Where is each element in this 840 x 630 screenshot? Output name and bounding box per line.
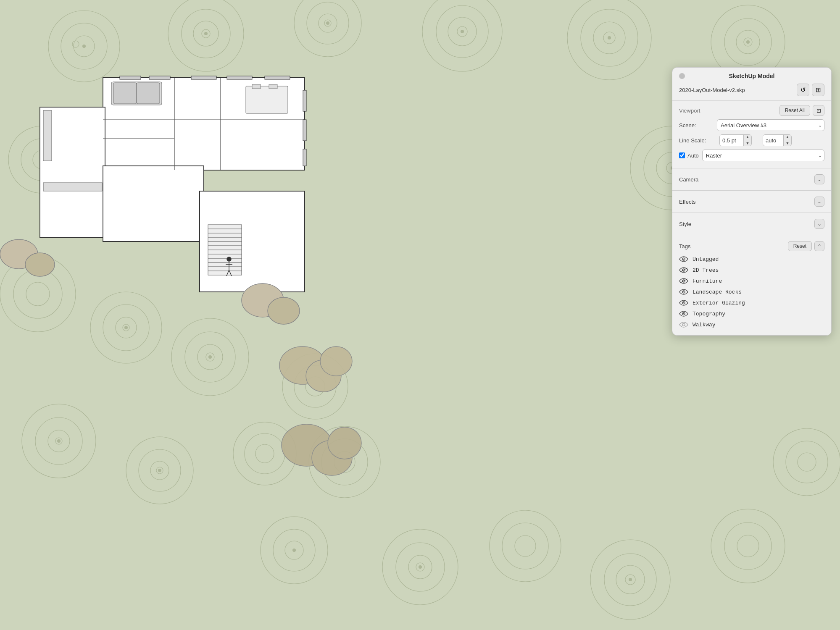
svg-point-98 [158, 469, 161, 472]
auto-checkbox[interactable] [679, 152, 685, 158]
svg-point-154 [683, 259, 684, 260]
svg-rect-131 [113, 83, 137, 104]
svg-rect-129 [303, 149, 306, 166]
svg-point-97 [57, 439, 61, 443]
svg-rect-136 [43, 110, 52, 161]
style-label: Style [679, 221, 691, 227]
camera-chevron-button[interactable]: ⌄ [814, 174, 824, 184]
effects-row[interactable]: Effects ⌄ [672, 192, 831, 211]
style-row[interactable]: Style ⌄ [672, 215, 831, 233]
eye-icon[interactable] [679, 289, 688, 295]
raster-select[interactable]: Raster [702, 150, 824, 161]
linescale-label: Line Scale: [679, 137, 717, 144]
linescale-spinner: ▲ ▼ [719, 134, 752, 146]
panel-filename: 2020-LayOut-Model-v2.skp [679, 87, 745, 93]
svg-rect-135 [269, 84, 277, 89]
eye-icon[interactable] [679, 310, 688, 317]
auto-scale-input[interactable] [763, 135, 783, 146]
tag-item[interactable]: Topography [676, 308, 828, 319]
svg-rect-134 [252, 84, 261, 89]
auto-raster-row: Auto Raster ⌄ [679, 150, 824, 161]
divider-2 [672, 190, 831, 191]
viewport-section: Viewport Reset All ⊡ Scene: Aerial Overv… [672, 101, 831, 166]
panel-titlebar: SketchUp Model [672, 68, 831, 83]
linescale-down-button[interactable]: ▼ [744, 140, 751, 146]
auto-scale-down-button[interactable]: ▼ [784, 140, 791, 146]
tags-reset-button[interactable]: Reset [788, 241, 812, 251]
svg-point-96 [208, 355, 212, 359]
eye-icon[interactable] [679, 278, 688, 284]
tag-item[interactable]: Furniture [676, 276, 828, 286]
svg-rect-126 [265, 76, 290, 79]
tag-name: Furniture [693, 278, 722, 284]
linescale-up-button[interactable]: ▲ [744, 134, 751, 140]
effects-chevron-button[interactable]: ⌄ [814, 197, 824, 207]
svg-point-95 [124, 326, 128, 329]
tag-item[interactable]: Landscape Rocks [676, 286, 828, 297]
eye-icon[interactable] [679, 321, 688, 328]
tag-name: Topography [693, 311, 725, 317]
panel-dot [679, 73, 685, 79]
svg-point-142 [227, 257, 231, 261]
tags-collapse-button[interactable]: ⌄ [814, 241, 824, 251]
eye-icon[interactable] [679, 256, 688, 262]
svg-point-141 [268, 297, 300, 324]
scene-select-wrapper: Aerial Overview #3 ⌄ [717, 119, 824, 131]
panel-file-row: 2020-LayOut-Model-v2.skp ↺ ⊞ [672, 83, 831, 101]
tag-name: Exterior Glazing [693, 300, 745, 306]
tags-list: Untagged 2D Trees Furniture Landscape Ro… [672, 254, 831, 330]
panel-icon-buttons: ↺ ⊞ [797, 84, 824, 96]
divider-4 [672, 235, 831, 235]
scene-select[interactable]: Aerial Overview #3 [717, 119, 824, 131]
tags-header: Tags Reset ⌄ [672, 237, 831, 254]
svg-point-92 [746, 40, 750, 44]
svg-rect-104 [103, 166, 204, 242]
svg-point-139 [25, 253, 55, 276]
scene-row: Scene: Aerial Overview #3 ⌄ [679, 119, 824, 131]
tag-name: Landscape Rocks [693, 289, 742, 295]
auto-scale-spinner: ▲ ▼ [763, 134, 792, 146]
eye-icon[interactable] [679, 267, 688, 273]
svg-rect-127 [303, 90, 306, 111]
viewport-icon-button[interactable]: ⊡ [813, 105, 824, 116]
svg-point-87 [82, 45, 86, 48]
viewport-row: Viewport Reset All ⊡ [679, 105, 824, 116]
viewport-label: Viewport [679, 108, 700, 114]
svg-point-164 [683, 313, 684, 314]
svg-point-90 [461, 30, 464, 33]
camera-row[interactable]: Camera ⌄ [672, 170, 831, 189]
svg-point-160 [683, 291, 684, 292]
linescale-spin-buttons: ▲ ▼ [743, 134, 751, 146]
svg-point-88 [204, 32, 208, 35]
linescale-input[interactable] [720, 135, 743, 146]
linescale-row: Line Scale: ▲ ▼ ▲ ▼ [679, 134, 824, 146]
svg-rect-132 [137, 83, 160, 104]
panel-title: SketchUp Model [729, 73, 775, 79]
svg-rect-122 [120, 76, 141, 79]
camera-label: Camera [679, 176, 698, 183]
eye-icon[interactable] [679, 299, 688, 306]
svg-rect-133 [246, 86, 288, 113]
tag-item[interactable]: Walkway [676, 319, 828, 330]
tag-item[interactable]: 2D Trees [676, 265, 828, 276]
tag-item[interactable]: Untagged [676, 254, 828, 265]
refresh-button[interactable]: ↺ [797, 84, 809, 96]
svg-point-101 [629, 578, 632, 581]
tag-name: Walkway [693, 322, 716, 328]
svg-rect-137 [43, 183, 102, 191]
svg-rect-123 [149, 76, 170, 79]
svg-point-99 [292, 549, 296, 552]
auto-label: Auto [687, 152, 699, 159]
svg-point-152 [328, 427, 361, 459]
tag-item[interactable]: Exterior Glazing [676, 297, 828, 308]
tag-name: 2D Trees [693, 267, 719, 273]
svg-point-165 [682, 323, 685, 326]
auto-checkbox-label[interactable]: Auto [679, 152, 699, 159]
svg-point-91 [608, 36, 611, 39]
svg-point-149 [320, 346, 352, 376]
reset-all-button[interactable]: Reset All [779, 105, 810, 116]
style-chevron-button[interactable]: ⌄ [814, 219, 824, 229]
link-button[interactable]: ⊞ [812, 84, 824, 96]
auto-scale-up-button[interactable]: ▲ [784, 134, 791, 140]
svg-point-89 [326, 21, 329, 25]
